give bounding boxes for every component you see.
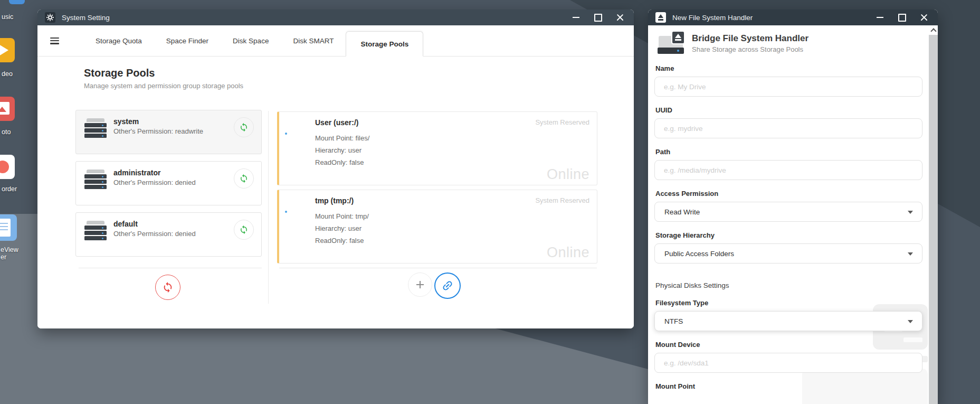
handler-subheading: Share Storage across Storage Pools xyxy=(692,45,808,53)
new-file-system-handler-window: New File System Handler xyxy=(648,10,938,404)
bridge-drive-icon xyxy=(658,33,684,54)
play-icon xyxy=(0,44,8,56)
minimize-button[interactable] xyxy=(871,11,888,24)
tab-storage-pools[interactable]: Storage Pools xyxy=(346,31,423,57)
mount-card-user[interactable]: User (user:/) System Reserved Mount Poin… xyxy=(277,111,597,185)
tab-space-finder[interactable]: Space Finder xyxy=(154,37,221,45)
pool-list: system Other's Permission: readwrite xyxy=(75,110,262,264)
nas-icon xyxy=(84,170,107,190)
maximize-button[interactable] xyxy=(893,11,910,24)
music-app-icon[interactable] xyxy=(9,0,25,4)
column-divider xyxy=(268,111,269,304)
recorder-icon-label: order xyxy=(2,185,17,193)
readonly-line: ReadOnly: false xyxy=(315,234,369,247)
gear-icon xyxy=(45,12,55,23)
close-button[interactable] xyxy=(916,11,933,24)
refresh-pools-button[interactable] xyxy=(155,275,180,300)
pool-item-administrator[interactable]: administrator Other's Permission: denied xyxy=(75,161,262,205)
name-label: Name xyxy=(655,64,921,72)
recorder-app-icon[interactable] xyxy=(0,155,15,179)
handler-form: Bridge File System Handler Share Storage… xyxy=(648,25,929,404)
chevron-down-icon xyxy=(908,320,913,323)
nas-icon xyxy=(84,221,107,241)
access-permission-select[interactable]: Read Write xyxy=(654,202,922,222)
document-icon xyxy=(0,219,11,237)
video-icon-label: deo xyxy=(2,70,13,78)
settings-tab-bar: Storage Quota Space Finder Disk Space Di… xyxy=(37,25,634,57)
mount-list: User (user:/) System Reserved Mount Poin… xyxy=(277,111,597,268)
mount-point-label: Mount Point xyxy=(655,382,921,390)
mount-title: User (user:/) xyxy=(315,118,358,127)
link-mount-button[interactable] xyxy=(434,273,461,299)
online-status-watermark: Online xyxy=(547,166,589,183)
system-setting-window: System Setting Storage Quota Space Finde… xyxy=(37,10,634,328)
photo-app-icon[interactable] xyxy=(0,97,15,121)
record-dot-icon xyxy=(0,161,9,173)
mount-device-input[interactable] xyxy=(654,353,922,373)
name-input[interactable] xyxy=(654,77,922,97)
hierarchy-line: Hierarchy: user xyxy=(315,222,369,234)
pool-item-system[interactable]: system Other's Permission: readwrite xyxy=(75,110,262,154)
scrollbar[interactable] xyxy=(929,25,938,404)
pool-permission: Other's Permission: readwrite xyxy=(113,127,234,135)
hamburger-menu-icon[interactable] xyxy=(50,37,59,44)
hierarchy-line: Hierarchy: user xyxy=(315,144,369,156)
link-icon xyxy=(439,277,456,295)
pool-sync-button[interactable] xyxy=(234,220,254,240)
mountain-icon xyxy=(0,107,6,112)
mount-device-label: Mount Device xyxy=(655,341,921,349)
page-subtitle: Manage system and permission group stora… xyxy=(84,82,243,90)
filesystem-type-select[interactable]: NTFS xyxy=(654,311,922,331)
readonly-line: ReadOnly: false xyxy=(315,156,369,168)
maximize-button[interactable] xyxy=(589,11,606,24)
music-icon-label: usic xyxy=(2,13,13,21)
video-app-icon[interactable] xyxy=(0,38,15,62)
scrollbar-thumb[interactable] xyxy=(929,35,938,404)
mount-card-tmp[interactable]: tmp (tmp:/) System Reserved Mount Point:… xyxy=(277,190,597,264)
sync-icon xyxy=(239,225,249,234)
sync-icon xyxy=(239,174,249,183)
mount-list-divider xyxy=(279,268,597,268)
nas-icon xyxy=(84,118,107,138)
pool-item-default[interactable]: default Other's Permission: denied xyxy=(75,212,262,257)
minimize-button[interactable] xyxy=(567,11,584,24)
chevron-down-icon xyxy=(908,252,913,256)
refresh-icon xyxy=(162,281,174,293)
uuid-label: UUID xyxy=(655,106,921,114)
close-button[interactable] xyxy=(612,11,629,24)
pool-name: administrator xyxy=(113,168,234,177)
photo-icon-label: oto xyxy=(2,128,11,136)
filesystem-type-value: NTFS xyxy=(664,317,683,325)
path-label: Path xyxy=(655,148,921,156)
uuid-input[interactable] xyxy=(654,118,922,138)
pool-sync-button[interactable] xyxy=(234,117,254,137)
window-title: New File System Handler xyxy=(672,14,871,22)
fileviewer-icon-label: eView er xyxy=(1,246,25,261)
storage-hierarchy-select[interactable]: Public Access Folders xyxy=(654,243,922,264)
handler-titlebar[interactable]: New File System Handler xyxy=(648,10,938,25)
mount-point-line: Mount Point: files/ xyxy=(315,132,369,144)
pool-sync-button[interactable] xyxy=(234,168,254,189)
tab-storage-quota[interactable]: Storage Quota xyxy=(83,37,154,45)
filesystem-type-label: Filesystem Type xyxy=(655,299,921,307)
pool-permission: Other's Permission: denied xyxy=(113,230,234,238)
window-title: System Setting xyxy=(62,14,567,22)
add-mount-button[interactable] xyxy=(408,273,432,297)
storage-pools-panel: Storage Pools Manage system and permissi… xyxy=(37,57,634,328)
fileviewer-app-icon[interactable] xyxy=(0,214,17,241)
physical-disks-settings-section: Physical Disks Settings xyxy=(655,281,921,289)
page-title: Storage Pools xyxy=(84,67,243,79)
tab-disk-smart[interactable]: Disk SMART xyxy=(281,37,346,45)
chevron-down-icon xyxy=(908,211,913,214)
scroll-up-button[interactable] xyxy=(929,25,938,35)
eject-badge-icon xyxy=(671,31,685,44)
path-input[interactable] xyxy=(654,160,922,180)
access-permission-value: Read Write xyxy=(664,208,700,216)
storage-hierarchy-value: Public Access Folders xyxy=(664,250,734,258)
mount-title: tmp (tmp:/) xyxy=(315,196,354,205)
system-reserved-badge: System Reserved xyxy=(535,118,589,126)
access-permission-label: Access Permission xyxy=(655,190,921,198)
tab-disk-space[interactable]: Disk Space xyxy=(221,37,281,45)
online-status-watermark: Online xyxy=(547,245,589,261)
system-setting-titlebar[interactable]: System Setting xyxy=(37,10,634,25)
